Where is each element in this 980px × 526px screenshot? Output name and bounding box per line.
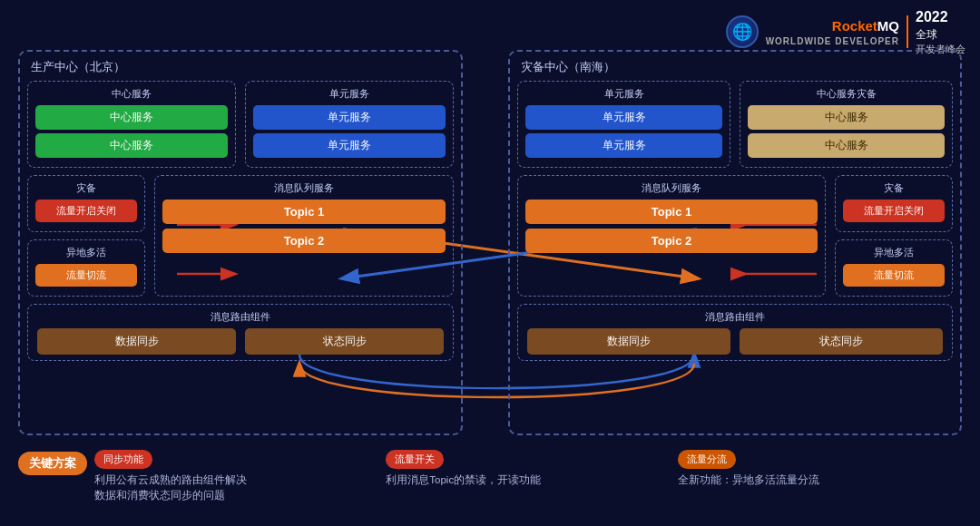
left-center-service-group: 中心服务 中心服务 中心服务 — [27, 81, 236, 168]
right-multiactive-btn: 流量切流 — [843, 264, 945, 287]
left-topic2-btn: Topic 2 — [162, 229, 446, 253]
right-datacenter: 灾备中心（南海） 单元服务 单元服务 单元服务 中心服务灾备 中心服务 中心服务… — [508, 50, 962, 435]
right-statesync-btn: 状态同步 — [740, 328, 943, 355]
solution-switch-desc: 利用消息Topic的禁读，开读功能 — [386, 472, 670, 488]
left-center-service-btn-2: 中心服务 — [35, 133, 228, 158]
right-disaster-btn: 流量开启关闭 — [843, 200, 945, 222]
left-center-service-btn-1: 中心服务 — [35, 105, 228, 130]
left-middle-row: 灾备 流量开启关闭 异地多活 流量切流 消息队列服务 Topic 1 Topic… — [27, 175, 454, 297]
solution-split: 流量分流 全新功能：异地多活流量分流 — [678, 450, 962, 488]
right-unit-service-btn-1: 单元服务 — [525, 105, 722, 130]
left-mq-title: 消息队列服务 — [162, 181, 446, 195]
left-unit-service-btn-2: 单元服务 — [253, 133, 446, 158]
right-mq-box: 消息队列服务 Topic 1 Topic 2 — [517, 175, 826, 297]
left-disaster-btn: 流量开启关闭 — [35, 200, 137, 222]
right-topic1-btn: Topic 1 — [525, 200, 818, 224]
left-multiactive-group: 异地多活 流量切流 — [27, 239, 145, 297]
solution-switch: 流量开关 利用消息Topic的禁读，开读功能 — [386, 450, 670, 488]
left-side-groups: 灾备 流量开启关闭 异地多活 流量切流 — [27, 175, 145, 297]
right-unit-service-title: 单元服务 — [525, 87, 722, 101]
right-routing-title: 消息路由组件 — [527, 310, 943, 324]
left-multiactive-title: 异地多活 — [35, 246, 137, 259]
left-mq-box: 消息队列服务 Topic 1 Topic 2 — [154, 175, 454, 297]
right-unit-service-btn-2: 单元服务 — [525, 133, 722, 158]
key-label: 关键方案 — [18, 452, 87, 475]
solution-split-desc: 全新功能：异地多活流量分流 — [678, 472, 962, 488]
right-side-groups: 灾备 流量开启关闭 异地多活 流量切流 — [835, 175, 953, 297]
right-mq-title: 消息队列服务 — [525, 181, 818, 195]
left-statesync-btn: 状态同步 — [245, 328, 444, 355]
bottom-section: 关键方案 同步功能 利用公有云成熟的路由组件解决数据和消费状态同步的问题 流量开… — [18, 443, 962, 526]
solution-split-tag: 流量分流 — [678, 450, 736, 469]
right-routing-btns: 数据同步 状态同步 — [527, 328, 943, 355]
solution-sync-desc: 利用公有云成熟的路由组件解决数据和消费状态同步的问题 — [94, 472, 378, 504]
left-unit-service-title: 单元服务 — [253, 87, 446, 101]
right-routing-box: 消息路由组件 数据同步 状态同步 — [517, 304, 953, 361]
logo-divider — [906, 15, 908, 48]
left-routing-box: 消息路由组件 数据同步 状态同步 — [27, 304, 454, 361]
globe-icon: 🌐 — [726, 15, 759, 48]
left-disaster-title: 灾备 — [35, 181, 137, 195]
brand-logo: RocketMQ WORLDWIDE DEVELOPER — [766, 17, 899, 47]
right-disaster-title: 灾备 — [843, 181, 945, 195]
key-solutions: 关键方案 同步功能 利用公有云成熟的路由组件解决数据和消费状态同步的问题 流量开… — [18, 450, 962, 504]
right-disaster-group: 灾备 流量开启关闭 — [835, 175, 953, 232]
left-datasync-btn: 数据同步 — [37, 328, 236, 355]
right-top-services: 单元服务 单元服务 单元服务 中心服务灾备 中心服务 中心服务 — [517, 81, 953, 168]
left-unit-service-btn-1: 单元服务 — [253, 105, 446, 130]
solution-sync: 同步功能 利用公有云成熟的路由组件解决数据和消费状态同步的问题 — [94, 450, 378, 504]
left-disaster-group: 灾备 流量开启关闭 — [27, 175, 145, 232]
right-datasync-btn: 数据同步 — [527, 328, 730, 355]
left-datacenter: 生产中心（北京） 中心服务 中心服务 中心服务 单元服务 单元服务 单元服务 灾… — [18, 50, 463, 435]
left-top-services: 中心服务 中心服务 中心服务 单元服务 单元服务 单元服务 — [27, 81, 454, 168]
left-dc-title: 生产中心（北京） — [27, 59, 454, 75]
left-multiactive-btn: 流量切流 — [35, 264, 137, 287]
right-multiactive-title: 异地多活 — [843, 246, 945, 259]
right-center-service-title: 中心服务灾备 — [748, 87, 945, 101]
right-middle-row: 消息队列服务 Topic 1 Topic 2 灾备 流量开启关闭 异地多活 流量… — [517, 175, 953, 297]
left-center-service-title: 中心服务 — [35, 87, 228, 101]
right-unit-service-group: 单元服务 单元服务 单元服务 — [517, 81, 730, 168]
right-center-service-btn-2: 中心服务 — [748, 133, 945, 158]
left-unit-service-group: 单元服务 单元服务 单元服务 — [245, 81, 454, 168]
left-routing-btns: 数据同步 状态同步 — [37, 328, 444, 355]
right-center-service-group: 中心服务灾备 中心服务 中心服务 — [740, 81, 953, 168]
left-routing-title: 消息路由组件 — [37, 310, 444, 324]
solution-sync-tag: 同步功能 — [94, 450, 152, 469]
right-center-service-btn-1: 中心服务 — [748, 105, 945, 130]
left-topic1-btn: Topic 1 — [162, 200, 446, 224]
diagram-area: 生产中心（北京） 中心服务 中心服务 中心服务 单元服务 单元服务 单元服务 灾… — [18, 50, 962, 435]
right-multiactive-group: 异地多活 流量切流 — [835, 239, 953, 297]
solution-switch-tag: 流量开关 — [386, 450, 444, 469]
right-dc-title: 灾备中心（南海） — [517, 59, 953, 75]
right-topic2-btn: Topic 2 — [525, 229, 818, 253]
